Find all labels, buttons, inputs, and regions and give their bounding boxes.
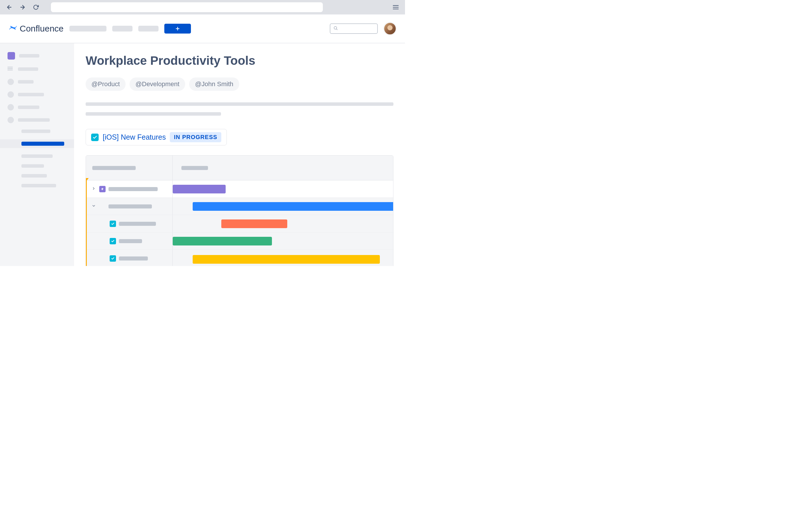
sidebar-item-label [21,154,53,158]
mention-chip[interactable]: @John Smith [189,78,239,91]
gantt-row[interactable] [86,180,393,198]
main-content: Workplace Productivity Tools @Product @D… [74,44,405,266]
today-line [86,180,87,266]
gantt-header-left [86,155,173,180]
sidebar-item-label [21,130,50,133]
status-badge: IN PROGRESS [170,132,221,142]
sidebar-item-label [21,174,47,178]
search-input[interactable] [330,23,378,34]
chevron-right-icon[interactable] [91,186,96,192]
sidebar-item[interactable] [7,92,67,98]
gantt-bar[interactable] [193,202,393,211]
gantt-row[interactable] [86,198,393,215]
create-button[interactable] [164,24,191,34]
sidebar-item-label [21,164,44,168]
gantt-row[interactable] [86,232,393,250]
sidebar-item-label [18,80,34,84]
svg-line-6 [337,29,337,30]
task-check-icon [110,238,116,244]
sidebar-item[interactable] [7,164,67,168]
sidebar-item[interactable] [7,117,67,123]
sidebar-item[interactable] [7,104,67,111]
user-avatar[interactable] [384,22,396,35]
bullet-icon [7,79,14,85]
confluence-logo-text: Confluence [20,24,64,34]
task-check-icon [110,255,116,262]
space-icon [7,52,15,60]
sidebar-item-label [18,93,44,96]
gantt-chart [86,155,393,266]
gantt-header-right [173,155,393,180]
gantt-bar[interactable] [173,185,226,194]
sidebar-item[interactable] [7,154,67,158]
gantt-bar[interactable] [173,237,272,246]
row-label-placeholder [119,239,142,243]
gantt-bar[interactable] [193,255,380,264]
browser-chrome [0,0,405,14]
sidebar-item-label [21,184,56,187]
row-label-placeholder [119,222,156,226]
chevron-down-icon[interactable] [91,204,96,209]
bullet-icon [7,104,14,111]
text-line-placeholder [86,112,221,116]
browser-url-bar[interactable] [51,2,323,12]
bullet-icon [7,92,14,98]
sidebar-item-label [18,118,50,122]
browser-menu-button[interactable] [392,3,400,11]
today-marker-icon [86,178,89,181]
sidebar-item-label [19,54,39,57]
column-header-placeholder [92,166,136,170]
nav-item-placeholder[interactable] [112,26,132,32]
nav-item-placeholder[interactable] [138,26,159,32]
sidebar-item[interactable] [7,130,67,133]
sidebar [0,44,74,266]
list-icon [7,66,14,72]
task-check-icon [110,221,116,227]
browser-refresh-button[interactable] [32,3,40,11]
nav-item-placeholder[interactable] [69,26,107,32]
mention-chips: @Product @Development @John Smith [86,78,393,91]
epic-bolt-icon [99,186,106,192]
gantt-bar[interactable] [221,219,288,228]
mention-chip[interactable]: @Product [86,78,126,91]
gantt-header [86,155,393,180]
bullet-icon [7,117,14,123]
sidebar-item-active[interactable] [0,139,74,148]
confluence-logo[interactable]: Confluence [9,23,64,34]
sidebar-item[interactable] [7,79,67,85]
sidebar-item[interactable] [7,184,67,187]
row-label-placeholder [119,256,148,261]
row-label-placeholder [109,187,158,191]
task-check-icon [91,134,99,141]
gantt-row[interactable] [86,250,393,266]
gantt-row[interactable] [86,215,393,232]
app-top-nav: Confluence [0,14,405,44]
sidebar-item[interactable] [7,174,67,178]
browser-back-button[interactable] [5,3,13,11]
browser-forward-button[interactable] [18,3,27,11]
row-label-placeholder [109,204,152,209]
sidebar-item-label [21,142,64,146]
sidebar-item-label [18,67,38,71]
text-line-placeholder [86,102,393,106]
page-title: Workplace Productivity Tools [86,54,393,68]
sidebar-item[interactable] [7,66,67,72]
search-icon [333,26,338,32]
mention-chip[interactable]: @Development [130,78,185,91]
sidebar-space-header[interactable] [7,52,67,60]
issue-title: [iOS] New Features [103,133,166,142]
sidebar-item-label [18,105,39,109]
column-header-placeholder [181,166,208,170]
confluence-logo-icon [9,23,17,34]
issue-link-card[interactable]: [iOS] New Features IN PROGRESS [86,129,227,146]
